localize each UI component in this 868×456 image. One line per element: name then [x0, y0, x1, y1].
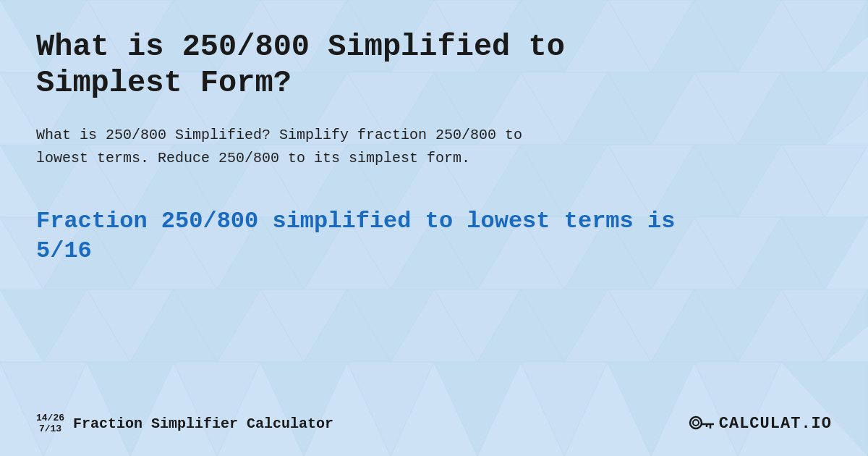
main-section: What is 250/800 Simplified to Simplest F…	[36, 29, 832, 406]
result-section: Fraction 250/800 simplified to lowest te…	[36, 206, 832, 266]
footer-left: 14/26 7/13 Fraction Simplifier Calculato…	[36, 413, 333, 434]
svg-point-109	[690, 417, 702, 428]
fraction-bottom: 7/13	[39, 424, 61, 434]
fraction-top: 14/26	[36, 413, 64, 423]
footer-logo: CALCULAT.IO	[689, 414, 832, 434]
logo-text: CALCULAT.IO	[719, 415, 832, 433]
page-title: What is 250/800 Simplified to Simplest F…	[36, 29, 579, 102]
svg-point-110	[693, 420, 699, 426]
footer: 14/26 7/13 Fraction Simplifier Calculato…	[36, 406, 832, 434]
key-icon	[689, 414, 715, 434]
main-content: What is 250/800 Simplified to Simplest F…	[0, 0, 868, 456]
description-text: What is 250/800 Simplified? Simplify fra…	[36, 124, 557, 170]
brand-name: Fraction Simplifier Calculator	[73, 415, 333, 432]
fraction-display: 14/26 7/13	[36, 413, 64, 434]
result-text: Fraction 250/800 simplified to lowest te…	[36, 206, 687, 266]
